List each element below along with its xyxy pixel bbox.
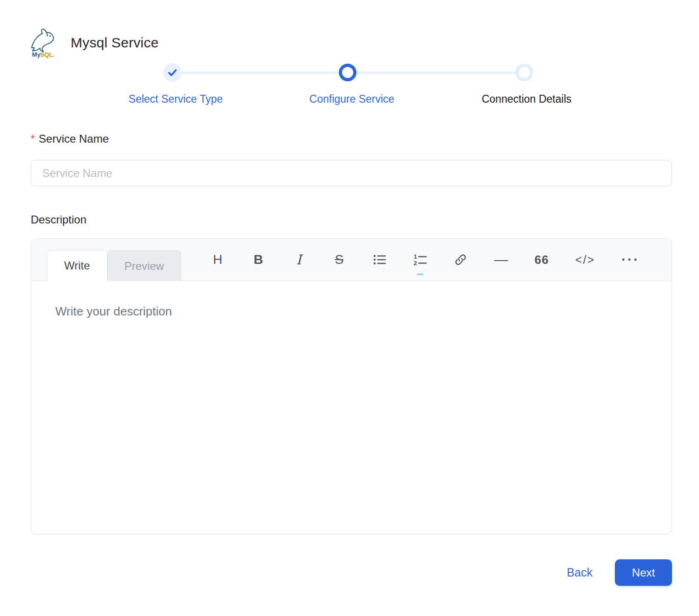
editor-toolbar: H B I S xyxy=(211,239,640,281)
service-name-label-text: Service Name xyxy=(39,132,109,145)
required-asterisk: * xyxy=(31,132,35,145)
step-label-select-service-type[interactable]: Select Service Type xyxy=(129,93,223,105)
page-header: MySQL. Mysql Service xyxy=(28,27,699,59)
description-editor: Write Preview H B I S xyxy=(31,238,672,534)
mysql-logo-icon: MySQL. xyxy=(28,27,59,59)
step-label-connection-details[interactable]: Connection Details xyxy=(481,93,571,105)
page-title: Mysql Service xyxy=(71,35,158,51)
description-textarea[interactable] xyxy=(31,281,672,534)
wizard-stepper: Select Service Type Configure Service Co… xyxy=(0,63,699,108)
ordered-list-icon[interactable]: 1 2 xyxy=(413,250,427,269)
step-circle-configure-service[interactable] xyxy=(339,64,356,81)
italic-icon[interactable]: I xyxy=(292,250,306,269)
editor-tabs: Write Preview xyxy=(47,250,181,281)
svg-text:1: 1 xyxy=(414,253,417,260)
strikethrough-icon[interactable]: S xyxy=(332,250,346,269)
horizontal-rule-icon[interactable]: — xyxy=(494,250,508,269)
mysql-logo-text-sql: SQL. xyxy=(40,51,54,58)
step-circle-connection-details[interactable] xyxy=(515,64,533,81)
check-icon xyxy=(167,67,178,78)
service-name-label: *Service Name xyxy=(31,132,668,146)
step-circle-select-service-type[interactable] xyxy=(163,63,182,82)
service-name-input[interactable] xyxy=(31,160,672,186)
step-label-configure-service[interactable]: Configure Service xyxy=(310,93,395,105)
link-icon[interactable] xyxy=(454,250,468,269)
editor-toolbar-header: Write Preview H B I S xyxy=(31,239,672,281)
editor-write-area xyxy=(31,281,672,534)
svg-text:2: 2 xyxy=(414,260,417,267)
mysql-logo-text-my: My xyxy=(32,51,41,58)
ordered-list-active-indicator xyxy=(417,274,423,275)
tab-write[interactable]: Write xyxy=(47,250,107,281)
more-options-icon[interactable]: ··· xyxy=(621,250,640,269)
wizard-actions: Back Next xyxy=(0,559,699,586)
bold-icon[interactable]: B xyxy=(251,250,265,269)
code-icon[interactable]: </> xyxy=(575,250,595,269)
heading-icon[interactable]: H xyxy=(211,250,225,269)
description-label: Description xyxy=(31,213,668,227)
tab-preview[interactable]: Preview xyxy=(107,250,181,281)
unordered-list-icon[interactable] xyxy=(373,250,387,269)
next-button[interactable]: Next xyxy=(615,559,672,586)
back-button[interactable]: Back xyxy=(567,566,593,579)
quote-icon[interactable]: 66 xyxy=(534,250,549,269)
svg-text:MySQL.: MySQL. xyxy=(32,51,54,58)
